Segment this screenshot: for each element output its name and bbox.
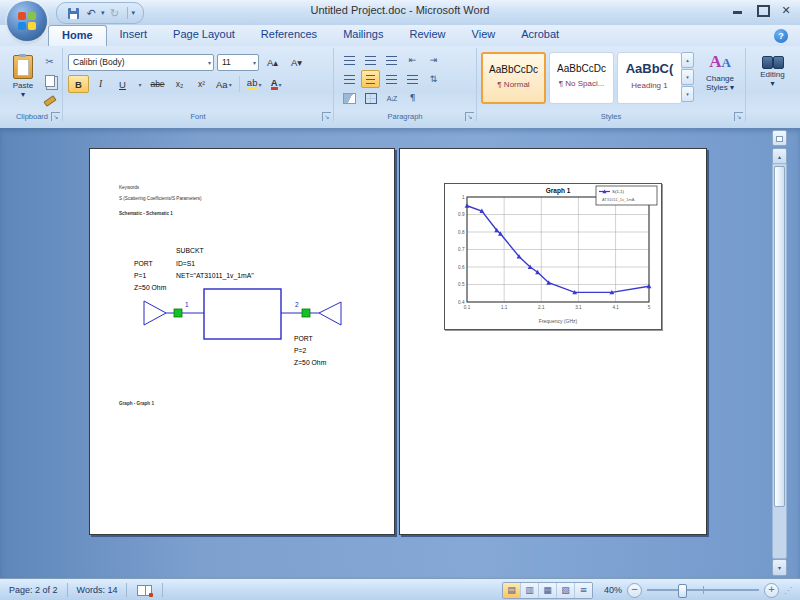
align-right-button[interactable]	[382, 70, 401, 88]
multilevel-list-button[interactable]	[382, 51, 401, 69]
highlight-dropdown-icon[interactable]: ▾	[258, 81, 261, 88]
italic-button[interactable]: I	[90, 75, 111, 93]
increase-indent-button[interactable]: ⇥	[424, 51, 443, 69]
style-no-spacing[interactable]: AaBbCcDc ¶ No Spaci...	[549, 52, 614, 104]
port1-symbol	[144, 301, 166, 325]
paragraph-dialog-launcher[interactable]: ↘	[465, 112, 474, 121]
change-styles-button[interactable]: AA ChangeStyles ▾	[698, 52, 742, 108]
outline-view-button[interactable]: ▧	[557, 583, 575, 598]
sort-button[interactable]: A↓Z	[382, 89, 401, 107]
styles-scroll-down-button[interactable]: ▾	[681, 69, 694, 85]
print-layout-view-button[interactable]: ▤	[503, 583, 521, 598]
subscript-button[interactable]: x₂	[169, 75, 190, 93]
close-button[interactable]: ✕	[780, 5, 792, 15]
borders-button[interactable]	[361, 89, 380, 107]
underline-button[interactable]: U	[112, 75, 133, 93]
change-case-button[interactable]: Aa▾	[213, 75, 235, 93]
show-hide-paragraph-button[interactable]: ¶	[403, 89, 422, 107]
style-heading1[interactable]: AaBbC( Heading 1	[617, 52, 682, 104]
font-family-dropdown-icon[interactable]: ▾	[208, 59, 211, 66]
y-tick-label: 0.4	[458, 300, 465, 305]
proofing-status-icon[interactable]	[137, 585, 152, 596]
resize-grip[interactable]: ⋰	[784, 586, 792, 595]
minimize-button[interactable]	[732, 5, 744, 15]
format-painter-button[interactable]	[40, 92, 59, 110]
x-tick-label: 2.1	[538, 305, 545, 310]
styles-dialog-launcher[interactable]: ↘	[734, 112, 743, 121]
cut-button[interactable]: ✂	[40, 52, 59, 70]
numbering-button[interactable]	[361, 51, 380, 69]
zoom-slider-thumb[interactable]	[678, 584, 687, 598]
clipboard-dialog-launcher[interactable]: ↘	[51, 112, 60, 121]
help-button[interactable]: ?	[774, 29, 788, 43]
undo-dropdown-icon[interactable]: ▾	[101, 9, 105, 17]
font-size-combo[interactable]: 11▾	[217, 54, 259, 71]
office-button[interactable]	[7, 1, 47, 41]
styles-more-button[interactable]: ▾	[681, 86, 694, 102]
styles-group-label: Styles	[477, 112, 745, 121]
tab-home[interactable]: Home	[48, 25, 107, 47]
port1-z: Z=50 Ohm	[134, 284, 167, 291]
align-left-button[interactable]	[340, 70, 359, 88]
scrollbar-track[interactable]	[772, 163, 787, 559]
font-family-combo[interactable]: Calibri (Body)▾	[68, 54, 214, 71]
tab-view[interactable]: View	[459, 25, 509, 46]
save-button[interactable]	[65, 5, 81, 21]
statusbar-separator	[126, 583, 127, 597]
styles-scroll-up-button[interactable]: ▴	[681, 52, 694, 68]
strikethrough-button[interactable]: abe	[147, 75, 168, 93]
tab-acrobat[interactable]: Acrobat	[508, 25, 572, 46]
justify-button[interactable]	[403, 70, 422, 88]
tab-insert[interactable]: Insert	[107, 25, 161, 46]
font-dialog-launcher[interactable]: ↘	[322, 112, 331, 121]
copy-button[interactable]	[40, 72, 59, 90]
line-spacing-button[interactable]: ⇅	[424, 70, 443, 88]
font-size-dropdown-icon[interactable]: ▾	[253, 59, 256, 66]
tab-mailings[interactable]: Mailings	[330, 25, 396, 46]
maximize-button[interactable]	[756, 5, 768, 15]
tab-references[interactable]: References	[248, 25, 330, 46]
align-center-button[interactable]	[361, 70, 380, 88]
underline-dropdown-icon[interactable]: ▾	[134, 75, 146, 93]
y-tick-label: 0.6	[458, 265, 465, 270]
fullscreen-reading-view-button[interactable]: ▥	[521, 583, 539, 598]
zoom-slider[interactable]	[647, 583, 759, 597]
page-indicator[interactable]: Page: 2 of 2	[0, 585, 67, 595]
legend-series-subtitle: AT31011_1v_1mA	[602, 197, 635, 202]
y-tick-label: 1	[462, 195, 465, 200]
font-color-dropdown-icon[interactable]: ▾	[279, 81, 282, 88]
tab-review[interactable]: Review	[396, 25, 458, 46]
editing-button[interactable]: Editing▾	[747, 56, 798, 88]
highlight-button[interactable]: ab▾	[244, 75, 265, 93]
tab-page-layout[interactable]: Page Layout	[160, 25, 248, 46]
bold-button[interactable]: B	[68, 75, 89, 93]
shrink-font-button[interactable]: A▾	[286, 53, 307, 71]
shading-button[interactable]	[340, 89, 359, 107]
word-count[interactable]: Words: 14	[68, 585, 127, 595]
superscript-button[interactable]: x²	[191, 75, 212, 93]
paste-dropdown-icon[interactable]: ▾	[21, 90, 25, 99]
style-normal[interactable]: AaBbCcDc ¶ Normal	[481, 52, 546, 104]
document-page-2[interactable]: 0.11.12.13.14.150.40.50.60.70.80.91Graph…	[399, 148, 707, 535]
scrollbar-thumb[interactable]	[774, 166, 785, 507]
decrease-indent-button[interactable]: ⇤	[403, 51, 422, 69]
numbering-icon	[365, 56, 376, 65]
zoom-level[interactable]: 40%	[598, 585, 622, 595]
graph-figure: 0.11.12.13.14.150.40.50.60.70.80.91Graph…	[444, 183, 662, 330]
bullets-button[interactable]	[340, 51, 359, 69]
redo-button[interactable]: ↻	[107, 5, 123, 21]
font-color-button[interactable]: A▾	[266, 75, 287, 93]
undo-button[interactable]: ↶	[83, 5, 99, 21]
paste-button[interactable]: Paste▾	[6, 52, 40, 110]
zoom-in-button[interactable]: +	[764, 583, 779, 598]
web-layout-view-button[interactable]: ▦	[539, 583, 557, 598]
document-page-1[interactable]: Keywords S (Scattering Coefficients/S Pa…	[89, 148, 395, 535]
vertical-scrollbar[interactable]: ▴ ▾	[772, 130, 787, 576]
grow-font-button[interactable]: A▴	[262, 53, 283, 71]
scroll-down-button[interactable]: ▾	[772, 559, 787, 576]
zoom-out-button[interactable]: −	[627, 583, 642, 598]
draft-view-button[interactable]: ≡	[575, 583, 592, 598]
qat-customize-button[interactable]: ▾	[132, 9, 136, 17]
document-area[interactable]: Keywords S (Scattering Coefficients/S Pa…	[0, 128, 800, 578]
ruler-toggle-button[interactable]	[772, 130, 787, 146]
